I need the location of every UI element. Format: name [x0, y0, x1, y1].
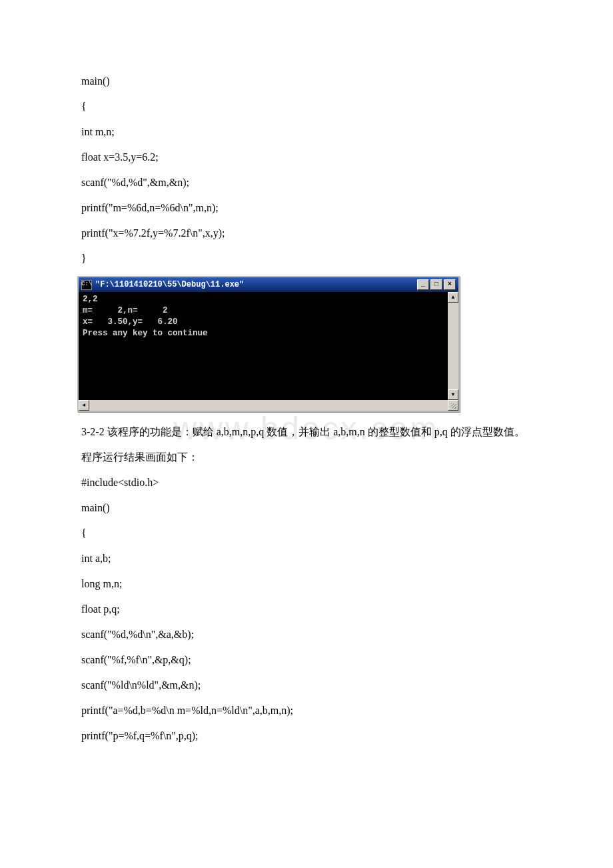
maximize-button[interactable]: □	[430, 279, 442, 290]
code-line: printf("m=%6d,n=%6d\n",m,n);	[60, 200, 553, 216]
code-line: long m,n;	[60, 576, 553, 592]
code-line: printf("x=%7.2f,y=%7.2f\n",x,y);	[60, 225, 553, 241]
code-line: #include<stdio.h>	[60, 475, 553, 491]
paragraph: 3-2-2 该程序的功能是：赋给 a,b,m,n,p,q 数值，并输出 a,b,…	[60, 424, 553, 440]
console-title: "F:\1101410210\55\Debug\11.exe"	[95, 279, 417, 291]
code-line: float x=3.5,y=6.2;	[60, 149, 553, 165]
console-titlebar: C:\ "F:\1101410210\55\Debug\11.exe" _ □ …	[79, 277, 458, 292]
code-line: scanf("%f,%f\n",&p,&q);	[60, 652, 553, 668]
code-line: scanf("%ld\n%ld",&m,&n);	[60, 677, 553, 693]
code-line: }	[60, 251, 553, 267]
console-output: 2,2 m= 2,n= 2 x= 3.50,y= 6.20 Press any …	[79, 292, 458, 341]
code-line: printf("p=%f,q=%f\n",p,q);	[60, 728, 553, 744]
code-line: int m,n;	[60, 124, 553, 140]
horizontal-scrollbar[interactable]: ◄ ►	[79, 400, 458, 411]
code-line: printf("a=%d,b=%d\n m=%ld,n=%ld\n",a,b,m…	[60, 703, 553, 719]
code-line: scanf("%d,%d\n",&a,&b);	[60, 627, 553, 643]
code-line: {	[60, 525, 553, 541]
console-body: 2,2 m= 2,n= 2 x= 3.50,y= 6.20 Press any …	[79, 292, 458, 411]
cmd-icon: C:\	[81, 280, 92, 290]
scroll-up-icon[interactable]: ▲	[448, 292, 458, 303]
code-line: {	[60, 99, 553, 115]
code-block-1: main() { int m,n; float x=3.5,y=6.2; sca…	[60, 73, 553, 267]
paragraph: 程序运行结果画面如下：	[60, 449, 553, 465]
minimize-button[interactable]: _	[417, 279, 429, 290]
vertical-scrollbar[interactable]: ▲ ▼	[448, 292, 458, 400]
scroll-down-icon[interactable]: ▼	[448, 389, 458, 400]
console-window: C:\ "F:\1101410210\55\Debug\11.exe" _ □ …	[77, 276, 460, 412]
code-line: float p,q;	[60, 601, 553, 617]
close-button[interactable]: ×	[444, 279, 456, 290]
code-line: main()	[60, 500, 553, 516]
code-line: main()	[60, 73, 553, 89]
resize-grip-icon[interactable]	[448, 400, 458, 411]
code-block-2: #include<stdio.h> main() { int a,b; long…	[60, 475, 553, 744]
scroll-left-icon[interactable]: ◄	[79, 400, 89, 411]
code-line: scanf("%d,%d",&m,&n);	[60, 175, 553, 191]
code-line: int a,b;	[60, 551, 553, 567]
